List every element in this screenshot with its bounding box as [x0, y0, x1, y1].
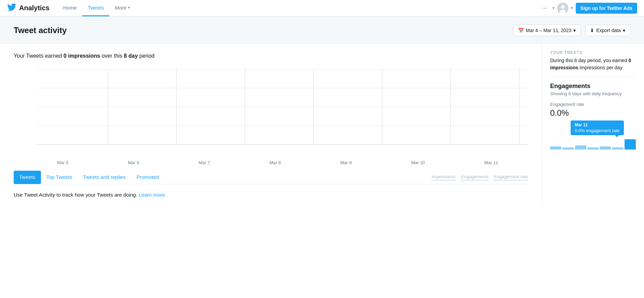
tooltip-date: Mar 11: [575, 123, 620, 127]
tab-promoted[interactable]: Promoted: [131, 171, 164, 184]
sidebar-divider: [550, 77, 636, 77]
mini-bar-3: [575, 145, 586, 150]
impressions-count: 0 impressions: [63, 53, 100, 59]
mini-bar-7: [625, 139, 636, 150]
engagement-rate-label: Engagement rate: [550, 102, 636, 107]
tabs-metrics: Impressions Engagements Engagement rate: [432, 174, 528, 181]
sidebar-engagements: Engagements Showing 8 days with daily fr…: [550, 83, 636, 150]
tab-top-tweets[interactable]: Top Tweets: [41, 171, 78, 184]
tab-tweets-replies[interactable]: Tweets and replies: [77, 171, 131, 184]
chart-svg: [14, 66, 528, 155]
svg-point-1: [561, 5, 564, 9]
nav-brand: Analytics: [19, 4, 49, 12]
page-title: Tweet activity: [14, 26, 67, 35]
nav-link-tweets[interactable]: Tweets: [82, 0, 110, 16]
chart-dates: Mar 5 Mar 6 Mar 7 Mar 8 Mar 9 Mar 10 Mar…: [14, 160, 528, 165]
navbar-right: ··· ▾ ▾ Sign up for Twitter Ads: [539, 3, 637, 14]
export-button[interactable]: ⬇ Export data ▾: [585, 25, 630, 36]
page-header: Tweet activity 📅 Mar 4 – Mar 11, 2023 ▾ …: [0, 16, 644, 43]
navbar: Analytics Home Tweets More ▾ ··· ▾ ▾ Sig…: [0, 0, 644, 16]
metric-engagement-rate[interactable]: Engagement rate: [494, 174, 528, 181]
mini-bar-5: [600, 146, 611, 150]
navbar-left: Analytics Home Tweets More ▾: [7, 0, 135, 16]
learn-more-link[interactable]: Learn more.: [139, 192, 166, 198]
tooltip-value: 0.0% engagement rate: [575, 128, 620, 133]
metric-impressions[interactable]: Impressions: [432, 174, 456, 181]
empty-state: Use Tweet Activity to track how your Twe…: [14, 191, 528, 199]
export-icon: ⬇: [590, 28, 594, 33]
impressions-summary: Your Tweets earned 0 impressions over th…: [14, 53, 528, 59]
chart-container: [14, 66, 528, 155]
avatar[interactable]: [557, 3, 568, 14]
content-area: Your Tweets earned 0 impressions over th…: [0, 43, 542, 206]
sidebar-your-tweets: YOUR TWEETS During this 8 day period, yo…: [550, 50, 636, 71]
main-content: Your Tweets earned 0 impressions over th…: [0, 43, 644, 206]
date-label-mar11: Mar 11: [484, 160, 498, 165]
date-range-label: Mar 4 – Mar 11, 2023: [526, 28, 572, 33]
profile-chevron-icon: ▾: [553, 6, 555, 10]
tab-tweets[interactable]: Tweets: [14, 171, 41, 184]
your-tweets-description: During this 8 day period, you earned 0 i…: [550, 57, 636, 71]
nav-links: Home Tweets More ▾: [58, 0, 135, 16]
mini-bar-chart: [550, 139, 636, 150]
date-picker-button[interactable]: 📅 Mar 4 – Mar 11, 2023 ▾: [513, 25, 581, 36]
date-label-mar8: Mar 8: [270, 160, 281, 165]
date-label-mar9: Mar 9: [340, 160, 352, 165]
nav-link-more[interactable]: More ▾: [109, 0, 135, 16]
engagement-rate-value: 0.0%: [550, 108, 636, 118]
date-label-mar6: Mar 6: [128, 160, 139, 165]
date-label-mar5: Mar 5: [57, 160, 68, 165]
your-tweets-section-title: YOUR TWEETS: [550, 50, 636, 55]
date-label-mar7: Mar 7: [199, 160, 210, 165]
signup-button[interactable]: Sign up for Twitter Ads: [576, 3, 637, 14]
tooltip-bubble: Mar 11 0.0% engagement rate: [571, 120, 624, 135]
more-chevron-icon: ▾: [128, 5, 130, 10]
engagements-title: Engagements: [550, 83, 636, 90]
export-label: Export data: [596, 28, 621, 33]
metric-engagements[interactable]: Engagements: [461, 174, 488, 181]
period-label: 8 day: [124, 53, 138, 59]
avatar-chevron-icon: ▾: [571, 6, 573, 10]
twitter-logo-icon: [7, 2, 16, 14]
date-picker-chevron-icon: ▾: [573, 28, 576, 33]
dots-menu-icon[interactable]: ···: [539, 4, 550, 12]
export-chevron-icon: ▾: [623, 28, 625, 33]
mini-bar-1: [550, 146, 561, 150]
date-label-mar10: Mar 10: [411, 160, 425, 165]
mini-bar-6: [612, 147, 623, 150]
sidebar: YOUR TWEETS During this 8 day period, yo…: [542, 43, 644, 206]
mini-bar-2: [562, 147, 574, 150]
tabs-row: Tweets Top Tweets Tweets and replies Pro…: [14, 171, 528, 184]
calendar-icon: 📅: [518, 28, 524, 33]
header-controls: 📅 Mar 4 – Mar 11, 2023 ▾ ⬇ Export data ▾: [513, 25, 630, 36]
nav-link-home[interactable]: Home: [58, 0, 82, 16]
mini-bar-4: [587, 147, 599, 150]
engagements-subtitle: Showing 8 days with daily frequency: [550, 91, 636, 96]
